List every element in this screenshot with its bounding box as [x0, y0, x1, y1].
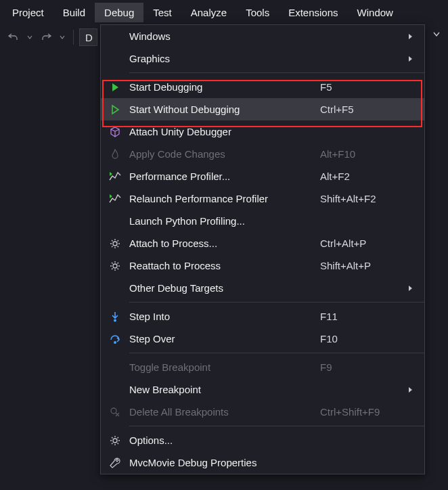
- menu-item-label: MvcMovie Debug Properties: [129, 457, 320, 468]
- gear-icon: [101, 435, 129, 446]
- menu-item-shortcut: Shift+Alt+F2: [320, 193, 408, 204]
- menu-item-label: Performance Profiler...: [129, 171, 320, 182]
- menu-item-step-into[interactable]: Step IntoF11: [101, 305, 424, 328]
- menu-item-label: Windows: [129, 30, 320, 42]
- menu-item-attach-unity-debugger[interactable]: Attach Unity Debugger: [101, 120, 424, 143]
- menu-separator: [129, 302, 424, 303]
- menu-item-label: Step Over: [129, 333, 320, 344]
- menu-item-windows[interactable]: Windows: [101, 25, 424, 47]
- menu-separator: [129, 72, 424, 73]
- menu-item-options[interactable]: Options...: [101, 429, 424, 451]
- wrench-icon: [101, 458, 129, 468]
- play-green-icon: [101, 82, 129, 93]
- menu-item-label: Step Into: [129, 311, 320, 322]
- menubar-item-extensions[interactable]: Extensions: [279, 3, 347, 22]
- debug-menu-dropdown: WindowsGraphicsStart DebuggingF5Start Wi…: [100, 24, 425, 474]
- menu-item-label: Start Without Debugging: [129, 104, 320, 115]
- svg-point-5: [113, 439, 117, 443]
- menu-item-label: Toggle Breakpoint: [129, 361, 320, 373]
- menubar-item-build[interactable]: Build: [53, 3, 95, 22]
- menu-item-label: Launch Python Profiling...: [129, 215, 320, 227]
- menu-item-label: Delete All Breakpoints: [129, 406, 320, 418]
- menu-item-reattach-to-process[interactable]: Reattach to ProcessShift+Alt+P: [101, 254, 424, 277]
- toolbar-separator: [73, 30, 74, 45]
- submenu-arrow-icon: [408, 386, 416, 393]
- menubar-item-analyze[interactable]: Analyze: [181, 3, 236, 22]
- menu-item-label: New Breakpoint: [129, 384, 320, 395]
- flame-dim-icon: [101, 149, 129, 160]
- menu-separator: [129, 353, 424, 353]
- delete-bp-dim-icon: [101, 407, 129, 418]
- submenu-arrow-icon: [408, 55, 416, 62]
- svg-point-3: [114, 341, 116, 344]
- menu-item-shortcut: Shift+Alt+P: [320, 260, 408, 271]
- menu-item-performance-profiler[interactable]: Performance Profiler...Alt+F2: [101, 165, 424, 187]
- step-over-icon: [101, 334, 129, 344]
- menubar-item-test[interactable]: Test: [143, 3, 181, 22]
- menu-item-start-debugging[interactable]: Start DebuggingF5: [101, 76, 424, 98]
- undo-button[interactable]: [5, 29, 22, 45]
- menu-item-label: Attach to Process...: [129, 238, 320, 249]
- menu-item-shortcut: Ctrl+F5: [320, 104, 408, 115]
- menu-item-label: Other Debug Targets: [129, 282, 320, 294]
- menubar-item-debug[interactable]: Debug: [95, 3, 143, 22]
- menu-item-new-breakpoint[interactable]: New Breakpoint: [101, 378, 424, 401]
- menu-item-shortcut: F5: [320, 81, 408, 93]
- undo-dropdown-icon[interactable]: [24, 29, 35, 45]
- unity-cube-icon: [101, 127, 129, 137]
- menu-separator: [129, 426, 424, 426]
- gear-reattach-icon: [101, 261, 129, 271]
- menu-item-shortcut: Alt+F2: [320, 171, 408, 182]
- overflow-dropdown[interactable]: [433, 28, 440, 39]
- menu-item-shortcut: Alt+F10: [320, 148, 408, 160]
- menu-item-label: Graphics: [129, 53, 320, 64]
- menu-item-label: Options...: [129, 435, 320, 446]
- menu-item-apply-code-changes: Apply Code ChangesAlt+F10: [101, 143, 424, 165]
- menubar: ProjectBuildDebugTestAnalyzeToolsExtensi…: [0, 0, 448, 24]
- menu-item-shortcut: F11: [320, 311, 408, 322]
- svg-point-4: [111, 408, 116, 414]
- menu-item-shortcut: Ctrl+Shift+F9: [320, 406, 408, 418]
- menu-item-graphics[interactable]: Graphics: [101, 47, 424, 70]
- gear-attach-icon: [101, 238, 129, 249]
- perf-relaunch-icon: [101, 194, 129, 204]
- menu-item-step-over[interactable]: Step OverF10: [101, 328, 424, 350]
- menu-item-shortcut: Ctrl+Alt+P: [320, 238, 408, 249]
- svg-point-2: [114, 319, 116, 321]
- redo-dropdown-icon[interactable]: [57, 29, 68, 45]
- menu-item-start-without-debugging[interactable]: Start Without DebuggingCtrl+F5: [101, 98, 424, 120]
- submenu-arrow-icon: [408, 33, 416, 40]
- step-into-icon: [101, 311, 129, 322]
- menu-item-other-debug-targets[interactable]: Other Debug Targets: [101, 277, 424, 299]
- menu-item-launch-python-profiling[interactable]: Launch Python Profiling...: [101, 210, 424, 232]
- config-combo[interactable]: D: [79, 28, 97, 46]
- menu-item-mvcmovie-debug-properties[interactable]: MvcMovie Debug Properties: [101, 451, 424, 474]
- menu-item-label: Relaunch Performance Profiler: [129, 193, 320, 204]
- perf-profiler-icon: [101, 171, 129, 182]
- menu-item-shortcut: F9: [320, 361, 408, 373]
- menu-item-label: Apply Code Changes: [129, 148, 320, 160]
- svg-point-1: [113, 264, 117, 268]
- menu-item-label: Attach Unity Debugger: [129, 126, 320, 137]
- menu-item-attach-to-process[interactable]: Attach to Process...Ctrl+Alt+P: [101, 232, 424, 254]
- menu-item-delete-all-breakpoints: Delete All BreakpointsCtrl+Shift+F9: [101, 401, 424, 423]
- submenu-arrow-icon: [408, 285, 416, 292]
- menubar-item-window[interactable]: Window: [348, 3, 403, 22]
- menu-item-shortcut: F10: [320, 333, 408, 344]
- menu-item-toggle-breakpoint: Toggle BreakpointF9: [101, 356, 424, 378]
- menu-item-label: Reattach to Process: [129, 260, 320, 271]
- redo-button[interactable]: [38, 29, 54, 45]
- config-combo-text: D: [85, 32, 93, 43]
- menubar-item-project[interactable]: Project: [3, 3, 53, 22]
- menu-item-relaunch-performance-profiler[interactable]: Relaunch Performance ProfilerShift+Alt+F…: [101, 187, 424, 210]
- play-outline-icon: [101, 104, 129, 115]
- svg-point-0: [113, 242, 117, 246]
- menu-item-label: Start Debugging: [129, 81, 320, 93]
- menubar-item-tools[interactable]: Tools: [236, 3, 279, 22]
